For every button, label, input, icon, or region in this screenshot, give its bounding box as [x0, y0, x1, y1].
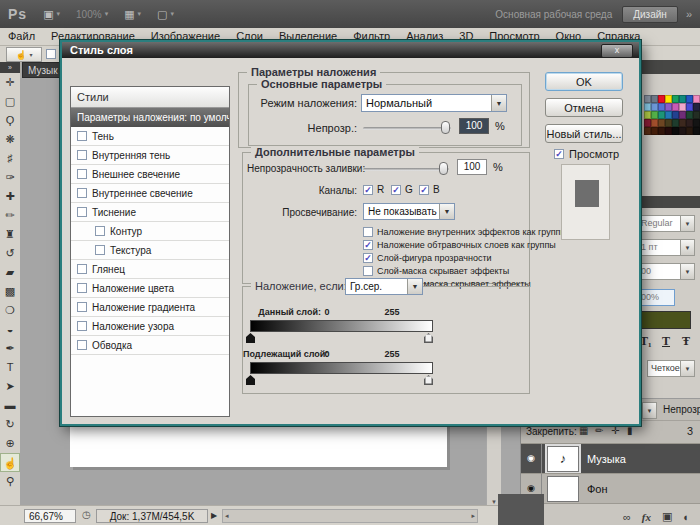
history-brush-tool[interactable]: ↺ — [0, 244, 20, 263]
color-swatch[interactable] — [651, 103, 658, 111]
layer-name[interactable]: Фон — [587, 483, 608, 495]
orbit-3d-tool[interactable]: ⊕ — [0, 434, 20, 453]
knockout-select[interactable]: Не показывать ▼ — [363, 203, 455, 220]
styles-item-inner-glow[interactable]: Внутреннее свечение — [71, 184, 229, 203]
style-checkbox[interactable] — [77, 131, 87, 141]
zoom-level-control[interactable]: 100% ▾ — [76, 9, 108, 20]
color-swatch[interactable] — [644, 95, 651, 103]
color-swatch[interactable] — [658, 95, 665, 103]
color-swatch[interactable] — [672, 95, 679, 103]
move-tool[interactable]: ✛ — [0, 73, 20, 92]
underlying-layer-gradient-bar[interactable] — [250, 362, 433, 374]
color-swatch[interactable] — [672, 127, 679, 135]
link-layers-icon[interactable]: ∞ — [623, 511, 631, 523]
marquee-tool[interactable]: ▢ — [0, 92, 20, 111]
fill-opacity-slider-track[interactable] — [363, 168, 449, 171]
fill-opacity-value-field[interactable]: 100 — [457, 159, 487, 175]
color-swatch[interactable] — [693, 111, 700, 119]
color-swatch[interactable] — [665, 103, 672, 111]
color-swatch[interactable] — [686, 103, 693, 111]
color-swatch[interactable] — [686, 95, 693, 103]
this-layer-gradient-bar[interactable] — [250, 320, 433, 332]
channel-b-checkbox[interactable]: ✓ B — [419, 184, 440, 195]
color-swatch[interactable] — [679, 127, 686, 135]
quick-selection-tool[interactable]: ❋ — [0, 130, 20, 149]
opacity-value-field[interactable]: 100 — [459, 118, 489, 134]
styles-item-pattern-overlay[interactable]: Наложение узора — [71, 317, 229, 336]
eyedropper-tool[interactable]: ✑ — [0, 168, 20, 187]
scroll-left-icon[interactable]: ◂ — [225, 512, 229, 520]
style-checkbox[interactable] — [77, 264, 87, 274]
layer-visibility-eye-icon[interactable]: ◉ — [521, 444, 542, 473]
swatches-panel-header[interactable] — [633, 60, 700, 74]
brush-tool[interactable]: ✏ — [0, 206, 20, 225]
scroll-right-icon[interactable]: ▸ — [471, 512, 475, 520]
color-swatch[interactable] — [658, 103, 665, 111]
blur-tool[interactable]: ❍ — [0, 301, 20, 320]
style-checkbox[interactable] — [77, 321, 87, 331]
rotate-3d-tool[interactable]: ↻ — [0, 415, 20, 434]
layer-name[interactable]: Музыка — [587, 453, 626, 465]
font-style-select[interactable]: Regular ▼ — [637, 215, 695, 232]
layer-effects-icon[interactable]: fx — [642, 511, 651, 523]
shape-tool[interactable]: ▬ — [0, 396, 20, 415]
color-swatch[interactable] — [679, 103, 686, 111]
status-flyout-arrow-icon[interactable]: ▶ — [211, 511, 217, 520]
color-swatch[interactable] — [672, 103, 679, 111]
antialias-select[interactable]: Четкое ▼ — [647, 360, 695, 377]
lock-pixels-icon[interactable]: ✏ — [595, 425, 603, 436]
style-checkbox[interactable] — [77, 188, 87, 198]
adjustment-layer-icon[interactable]: ◐ — [683, 511, 690, 523]
layer-row-muzyka[interactable]: ◉ ♪ Музыка — [521, 443, 700, 473]
layer-mask-hides-effects-checkbox[interactable]: Слой-маска скрывает эффекты — [363, 266, 509, 276]
styles-item-bevel-emboss[interactable]: Тиснение — [71, 203, 229, 222]
style-checkbox[interactable] — [95, 245, 105, 255]
dodge-tool[interactable]: ◒ — [0, 320, 20, 339]
styles-item-color-overlay[interactable]: Наложение цвета — [71, 279, 229, 298]
lock-transparency-icon[interactable]: ▦ — [579, 425, 588, 436]
clone-stamp-tool[interactable]: ♜ — [0, 225, 20, 244]
zoom-tool[interactable]: ⚲ — [0, 472, 20, 491]
styles-item-stroke[interactable]: Обводка — [71, 336, 229, 355]
layer-mask-icon[interactable]: ▣ — [662, 510, 672, 523]
tracking-field[interactable]: 00% — [637, 289, 675, 306]
menu-file[interactable]: Файл — [0, 28, 43, 45]
transparency-shapes-layer-checkbox[interactable]: ✓ Слой-фигура прозрачности — [363, 253, 492, 263]
lasso-tool[interactable]: Ϙ — [0, 111, 20, 130]
toolbox-collapse-button[interactable]: » — [0, 62, 20, 73]
styles-item-contour[interactable]: Контур — [71, 222, 229, 241]
launch-bridge-button[interactable]: ▣ ▾ — [43, 8, 60, 21]
cancel-button[interactable]: Отмена — [545, 98, 623, 117]
color-swatch[interactable] — [644, 119, 651, 127]
style-checkbox[interactable] — [77, 207, 87, 217]
opacity-slider-track[interactable] — [363, 127, 451, 130]
style-checkbox[interactable] — [95, 226, 105, 236]
channel-g-checkbox[interactable]: ✓ G — [391, 184, 413, 195]
screen-mode-button[interactable]: ▢ ▾ — [157, 8, 174, 21]
color-swatch[interactable] — [679, 119, 686, 127]
path-selection-tool[interactable]: ➤ — [0, 377, 20, 396]
character-panel-header[interactable] — [633, 196, 700, 208]
color-swatch[interactable] — [651, 111, 658, 119]
layer-thumbnail[interactable]: ♪ — [547, 446, 579, 472]
color-swatch[interactable] — [686, 111, 693, 119]
color-swatch[interactable] — [693, 95, 700, 103]
color-swatch[interactable] — [686, 127, 693, 135]
lock-all-icon[interactable]: ▮ — [627, 425, 633, 436]
crop-tool[interactable]: ♯ — [0, 149, 20, 168]
blend-clipped-layers-checkbox[interactable]: ✓ Наложение обтравочных слоев как группы — [363, 240, 556, 250]
this-layer-black-slider[interactable] — [246, 333, 255, 343]
styles-item-outer-glow[interactable]: Внешнее свечение — [71, 165, 229, 184]
workspace-overflow-chevron[interactable]: » — [686, 8, 692, 20]
preview-checkbox[interactable]: ✓ — [554, 149, 564, 159]
document-info-field[interactable]: Док: 1,37M/454,5K — [96, 509, 208, 523]
text-color-swatch[interactable] — [637, 311, 691, 329]
layer-thumbnail[interactable] — [547, 476, 579, 502]
color-swatch[interactable] — [665, 111, 672, 119]
lock-position-icon[interactable]: ✛ — [611, 425, 619, 436]
styles-item-inner-shadow[interactable]: Внутренняя тень — [71, 146, 229, 165]
blend-if-select[interactable]: Гр.сер. ▼ — [345, 278, 423, 295]
scroll-all-windows-checkbox[interactable] — [46, 49, 56, 59]
opacity-slider-thumb[interactable] — [441, 121, 450, 134]
close-icon[interactable]: x — [601, 44, 633, 58]
